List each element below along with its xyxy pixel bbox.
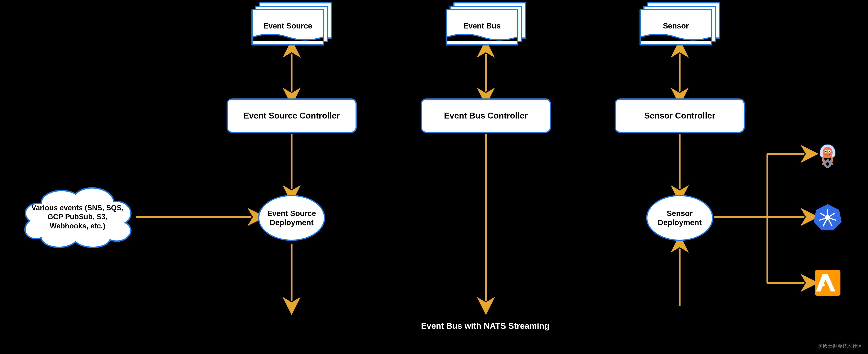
- sensor-deployment-label: Sensor Deployment: [658, 209, 702, 227]
- svg-point-20: [826, 162, 829, 166]
- footer-bus-label: Event Bus with NATS Streaming: [421, 321, 550, 331]
- event-bus-controller-label: Event Bus Controller: [444, 111, 528, 120]
- sensor-controller-label: Sensor Controller: [644, 111, 715, 120]
- events-cloud: Various events (SNS, SQS, GCP PubSub, S3…: [18, 184, 137, 249]
- events-cloud-label: Various events (SNS, SQS, GCP PubSub, S3…: [18, 184, 137, 249]
- sensor-document-stack: Sensor: [640, 2, 720, 44]
- svg-line-25: [824, 160, 825, 161]
- sensor-label: Sensor: [663, 22, 689, 30]
- watermark-text: @稀土掘金技术社区: [817, 343, 862, 349]
- event-source-label: Event Source: [263, 22, 312, 30]
- kubernetes-icon: [813, 203, 842, 231]
- event-bus-document: Event Bus: [446, 9, 518, 45]
- event-bus-document-stack: Event Bus: [446, 2, 526, 44]
- sensor-deployment-ellipse: Sensor Deployment: [646, 195, 713, 241]
- sensor-controller-box: Sensor Controller: [615, 99, 745, 133]
- sensor-document: Sensor: [640, 9, 712, 45]
- argo-workflows-icon: [813, 140, 842, 168]
- svg-point-18: [829, 151, 830, 152]
- event-source-deployment-ellipse: Event Source Deployment: [258, 195, 325, 241]
- event-source-document: Event Source: [251, 9, 324, 45]
- event-source-document-stack: Event Source: [251, 2, 332, 44]
- aws-lambda-icon: [813, 269, 842, 297]
- event-bus-controller-box: Event Bus Controller: [421, 99, 551, 133]
- svg-line-26: [830, 160, 832, 161]
- arrow-layer: [0, 0, 868, 354]
- svg-point-16: [825, 151, 827, 152]
- event-source-controller-box: Event Source Controller: [226, 99, 357, 133]
- event-source-controller-label: Event Source Controller: [243, 111, 340, 120]
- event-source-deployment-label: Event Source Deployment: [267, 209, 316, 227]
- event-bus-label: Event Bus: [463, 22, 501, 30]
